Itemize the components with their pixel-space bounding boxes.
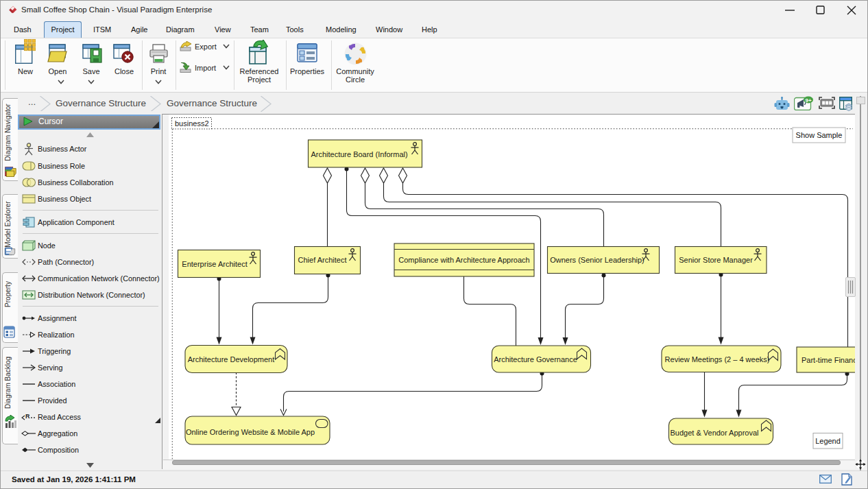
svg-text:R: R (25, 413, 30, 420)
svg-text:Budget & Vendor Approval: Budget & Vendor Approval (670, 429, 758, 437)
svg-text:Architecture Board (Informal): Architecture Board (Informal) (311, 150, 407, 158)
svg-text:Online Ordering Website & Mobi: Online Ordering Website & Mobile App (186, 428, 315, 436)
svg-text:Architecture Governance: Architecture Governance (494, 355, 577, 363)
svg-text:Owners (Senior Leadership): Owners (Senior Leadership) (550, 256, 644, 264)
svg-text:Part-time Financi: Part-time Financi (801, 356, 857, 364)
svg-text:Show Sample: Show Sample (796, 131, 843, 139)
svg-text:Compliance with Architecture A: Compliance with Architecture Approach (398, 256, 529, 264)
svg-text:Senior Store Manager: Senior Store Manager (679, 256, 753, 264)
svg-text:Chief Architect: Chief Architect (298, 256, 347, 264)
svg-text:Legend: Legend (815, 437, 841, 445)
svg-text:business2: business2 (175, 119, 209, 128)
svg-text:Enterprise Architect: Enterprise Architect (182, 260, 247, 268)
svg-text:Architecture Development: Architecture Development (188, 355, 275, 363)
svg-text:Review Meetings (2 – 4 weeks): Review Meetings (2 – 4 weeks) (665, 355, 770, 363)
svg-text:9+: 9+ (805, 97, 811, 104)
